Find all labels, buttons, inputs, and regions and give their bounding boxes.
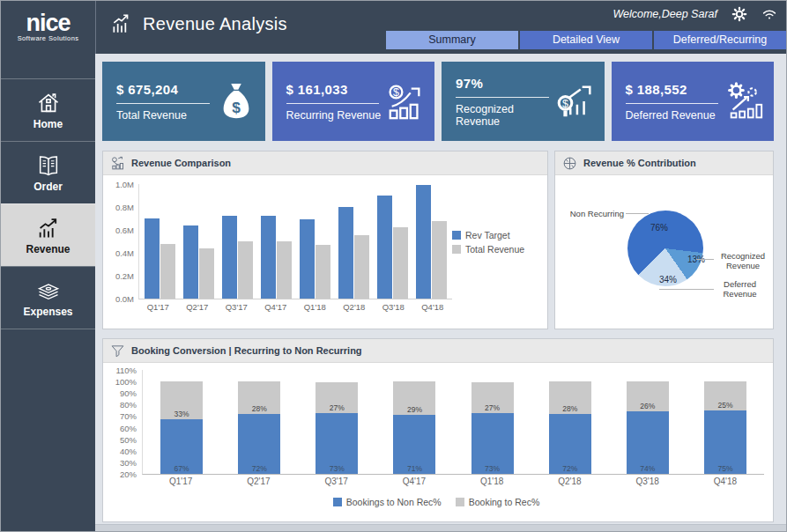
bk-bar-group: 27%73% bbox=[298, 370, 375, 474]
funnel-icon bbox=[110, 344, 125, 358]
window-bottom-edge bbox=[95, 524, 786, 531]
bk-label-nonrec-pct: 67% bbox=[160, 464, 203, 473]
rc-plot-area: Q1'17Q2'17Q3'17Q4'17Q1'18Q2'18Q3'18Q4'18 bbox=[138, 184, 452, 329]
tab-summary[interactable]: Summary bbox=[386, 31, 518, 49]
kpi-value: $ 188,552 bbox=[626, 82, 725, 97]
bk-bar-group: 28%72% bbox=[220, 370, 298, 474]
bk-label-rec-pct: 28% bbox=[549, 404, 591, 413]
legend-swatch bbox=[452, 231, 461, 240]
rc-y-tick: 1.0M bbox=[115, 180, 134, 189]
rc-bar-total-revenue bbox=[277, 241, 292, 299]
tab-deferred-recurring[interactable]: Deferred/Recurring bbox=[654, 31, 786, 49]
rc-bar-total-revenue bbox=[393, 227, 408, 299]
bk-bar-group: 25%75% bbox=[687, 370, 764, 474]
gear-icon[interactable] bbox=[731, 6, 747, 22]
rc-bar-rev-target bbox=[416, 185, 431, 299]
rc-x-tick: Q1'17 bbox=[138, 302, 178, 312]
kpi-value: $ 675,204 bbox=[116, 82, 216, 97]
rc-y-tick: 0.0M bbox=[115, 294, 134, 304]
pie-label-non-recurring: Non Recurring bbox=[568, 209, 624, 218]
kpi-divider bbox=[626, 103, 719, 104]
rc-bar-rev-target bbox=[338, 207, 353, 299]
kpi-divider bbox=[286, 103, 380, 104]
svg-text:$: $ bbox=[562, 98, 568, 110]
pie-label-deferred: Deferred Revenue bbox=[716, 279, 764, 299]
legend-label: Total Revenue bbox=[465, 244, 524, 255]
bk-x-tick: Q3'17 bbox=[298, 477, 375, 486]
kpi-value: $ 161,033 bbox=[286, 82, 386, 97]
revenue-comparison-chart: 1.0M0.8M0.6M0.4M0.2M0.0M Q1'17Q2'17Q3'17… bbox=[103, 175, 547, 329]
bk-x-tick: Q4'18 bbox=[687, 477, 764, 486]
topbar: Revenue Analysis Welcome,Deep Saraf bbox=[95, 1, 786, 54]
home-icon bbox=[36, 91, 61, 115]
welcome-text: Welcome,Deep Saraf bbox=[613, 8, 717, 20]
legend-label: Rev Target bbox=[465, 230, 510, 240]
bk-y-tick: 40% bbox=[120, 447, 137, 456]
bk-y-tick: 90% bbox=[120, 388, 137, 398]
bk-stacked-bar: 33%67% bbox=[160, 381, 203, 474]
sidebar-item-order[interactable]: Order bbox=[1, 141, 95, 203]
kpi-row: $ 675,204Total Revenue$$ 161,033Recurrin… bbox=[102, 62, 774, 141]
rc-bar-group bbox=[373, 184, 412, 299]
analytics-icon bbox=[110, 12, 133, 35]
booking-conversion-header: Booking Conversion | Recurring to Non Re… bbox=[103, 339, 773, 363]
rc-y-tick: 0.4M bbox=[115, 248, 134, 258]
rc-bar-group bbox=[141, 184, 180, 299]
rc-bar-group bbox=[219, 184, 257, 299]
legend-item: Total Revenue bbox=[452, 244, 544, 255]
sidebar: nice Software Solutions HomeOrderRevenue… bbox=[1, 1, 95, 531]
revenue-icon bbox=[36, 216, 61, 240]
rc-bar-rev-target bbox=[377, 196, 392, 299]
bk-label-rec-pct: 29% bbox=[393, 405, 435, 414]
gears-chart-icon bbox=[724, 81, 765, 122]
rc-bar-total-revenue bbox=[238, 241, 253, 299]
rc-bar-group bbox=[180, 184, 219, 299]
sidebar-item-label: Home bbox=[33, 118, 63, 130]
revenue-comparison-header: Revenue Comparison bbox=[103, 151, 547, 175]
bk-bar-group: 26%74% bbox=[609, 370, 687, 474]
bk-label-nonrec-pct: 75% bbox=[704, 464, 746, 473]
bk-x-tick: Q2'18 bbox=[531, 477, 608, 486]
sidebar-item-home[interactable]: Home bbox=[1, 78, 95, 141]
bk-stacked-bar: 25%75% bbox=[704, 381, 746, 474]
tab-detailed-view[interactable]: Detailed View bbox=[520, 31, 652, 49]
rc-x-tick: Q4'17 bbox=[256, 302, 296, 312]
rc-bar-total-revenue bbox=[432, 221, 447, 299]
kpi-text: $ 188,552Deferred Revenue bbox=[626, 82, 725, 122]
rc-bar-rev-target bbox=[222, 216, 237, 299]
revenue-contribution-panel: Revenue % Contribution 76% 13% 34% Non R… bbox=[554, 151, 774, 329]
order-icon bbox=[36, 153, 61, 178]
pie-pct-deferred: 34% bbox=[659, 275, 677, 284]
bk-y-axis: 110%100%90%80%70%60%50%40%30%20% bbox=[108, 370, 142, 474]
rc-bar-group bbox=[412, 184, 450, 299]
sidebar-item-expenses[interactable]: Expenses bbox=[1, 266, 95, 329]
rc-x-tick: Q1'18 bbox=[295, 302, 335, 312]
rc-legend: Rev TargetTotal Revenue bbox=[452, 184, 544, 329]
rc-bar-rev-target bbox=[145, 218, 160, 299]
bk-stacked-bar: 29%71% bbox=[393, 381, 435, 474]
magnifier-chart-icon: $ bbox=[555, 81, 596, 122]
bk-label-rec-pct: 26% bbox=[627, 402, 669, 410]
rc-x-tick: Q2'18 bbox=[335, 302, 375, 312]
sidebar-nav: HomeOrderRevenueExpenses bbox=[1, 78, 95, 329]
revenue-comparison-title: Revenue Comparison bbox=[131, 158, 231, 168]
booking-conversion-chart: 110%100%90%80%70%60%50%40%30%20% 33%67%2… bbox=[103, 363, 773, 521]
page-title: Revenue Analysis bbox=[143, 14, 287, 34]
rc-bar-total-revenue bbox=[199, 248, 214, 299]
kpi-label: Recognized Revenue bbox=[456, 103, 555, 128]
bk-y-tick: 110% bbox=[115, 366, 137, 375]
pie-label-recognized: Recognized Revenue bbox=[716, 251, 770, 270]
rc-y-axis: 1.0M0.8M0.6M0.4M0.2M0.0M bbox=[108, 184, 138, 299]
bk-stacked-bar: 28%72% bbox=[549, 381, 591, 474]
bk-bar-group: 33%67% bbox=[143, 370, 220, 474]
revenue-analysis-dashboard: nice Software Solutions HomeOrderRevenue… bbox=[0, 0, 787, 532]
bk-y-tick: 30% bbox=[120, 458, 137, 468]
main-content: $ 675,204Total Revenue$$ 161,033Recurrin… bbox=[95, 54, 786, 531]
svg-text:$: $ bbox=[393, 86, 399, 99]
bk-x-tick: Q2'17 bbox=[219, 477, 297, 486]
sidebar-item-revenue[interactable]: Revenue bbox=[1, 203, 95, 266]
rc-y-tick: 0.2M bbox=[115, 271, 134, 281]
bk-stacked-bar: 27%73% bbox=[471, 382, 514, 474]
page-title-wrap: Revenue Analysis bbox=[110, 12, 287, 35]
sidebar-item-label: Order bbox=[33, 181, 63, 193]
